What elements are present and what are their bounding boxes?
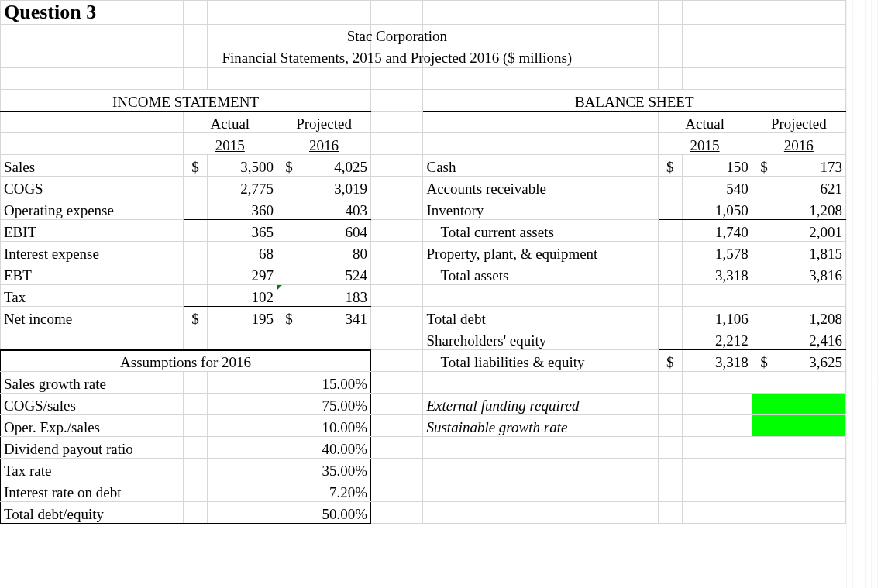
currency: $: [277, 155, 301, 177]
val-cogs-a[interactable]: 2,775: [208, 177, 277, 198]
val-se-a[interactable]: 2,212: [682, 328, 752, 350]
currency: $: [277, 307, 301, 328]
label-efr: External funding required: [423, 394, 658, 415]
label-inv: Inventory: [423, 198, 658, 220]
sheet-edge-decoration: [846, 0, 881, 524]
val-ppe-a[interactable]: 1,578: [682, 242, 752, 263]
efr-cell-cur[interactable]: [752, 394, 776, 415]
assump-label: Total debt/equity: [1, 502, 184, 524]
val-td-a[interactable]: 1,106: [682, 307, 752, 328]
val-tax-p[interactable]: 183: [301, 285, 371, 307]
year-2016-right: 2016: [752, 133, 845, 155]
val-sales-p[interactable]: 4,025: [301, 155, 371, 177]
label-tca: Total current assets: [423, 220, 658, 242]
col-projected-right: Projected: [752, 112, 845, 133]
assump-val[interactable]: 50.00%: [301, 502, 371, 524]
year-2015-left: 2015: [183, 133, 277, 155]
assump-val[interactable]: 40.00%: [301, 437, 371, 459]
val-inv-p[interactable]: 1,208: [776, 198, 846, 220]
val-ebt-a[interactable]: 297: [208, 263, 277, 285]
efr-cell-val[interactable]: [776, 394, 846, 415]
error-indicator-icon: [277, 285, 282, 290]
currency: $: [658, 350, 682, 372]
val-tca-a[interactable]: 1,740: [682, 220, 752, 242]
label-ebt: EBT: [1, 263, 184, 285]
year-2015-right: 2015: [658, 133, 752, 155]
val-ni-a[interactable]: 195: [208, 307, 277, 328]
currency: $: [183, 155, 207, 177]
val-ta-p[interactable]: 3,816: [776, 263, 846, 285]
label-sgr: Sustainable growth rate: [423, 415, 658, 437]
label-opex: Operating expense: [1, 198, 184, 220]
assumptions-header: Assumptions for 2016: [1, 350, 371, 372]
label-td: Total debt: [423, 307, 658, 328]
assump-val[interactable]: 7.20%: [301, 480, 371, 502]
balance-sheet-header: BALANCE SHEET: [423, 90, 846, 112]
assump-label: Interest rate on debt: [1, 480, 184, 502]
val-tax-a[interactable]: 102: [208, 285, 277, 307]
assump-val[interactable]: 75.00%: [301, 394, 371, 415]
col-actual-left: Actual: [183, 112, 277, 133]
val-td-p[interactable]: 1,208: [776, 307, 846, 328]
label-ni: Net income: [1, 307, 184, 328]
assump-val[interactable]: 15.00%: [301, 372, 371, 394]
val-ebt-p[interactable]: 524: [301, 263, 371, 285]
val-ebit-a[interactable]: 365: [208, 220, 277, 242]
label-sales: Sales: [1, 155, 184, 177]
label-ar: Accounts receivable: [423, 177, 658, 198]
val-opex-a[interactable]: 360: [208, 198, 277, 220]
year-2016-left: 2016: [277, 133, 370, 155]
val-cogs-p[interactable]: 3,019: [301, 177, 371, 198]
currency: $: [183, 307, 207, 328]
currency: $: [752, 350, 776, 372]
label-ta: Total assets: [423, 263, 658, 285]
val-ebit-p[interactable]: 604: [301, 220, 371, 242]
val-opex-p[interactable]: 403: [301, 198, 371, 220]
val-tle-a[interactable]: 3,318: [682, 350, 752, 372]
val-inv-a[interactable]: 1,050: [682, 198, 752, 220]
col-projected-left: Projected: [277, 112, 370, 133]
val-ar-a[interactable]: 540: [682, 177, 752, 198]
label-cash: Cash: [423, 155, 658, 177]
assump-label: Dividend payout ratio: [1, 437, 184, 459]
assump-val[interactable]: 35.00%: [301, 459, 371, 480]
label-cogs: COGS: [1, 177, 184, 198]
val-tca-p[interactable]: 2,001: [776, 220, 846, 242]
val-ppe-p[interactable]: 1,815: [776, 242, 846, 263]
income-statement-header: INCOME STATEMENT: [1, 90, 371, 112]
assump-val[interactable]: 10.00%: [301, 415, 371, 437]
col-actual-right: Actual: [658, 112, 752, 133]
val-cash-a[interactable]: 150: [682, 155, 752, 177]
val-ta-a[interactable]: 3,318: [682, 263, 752, 285]
label-ebit: EBIT: [1, 220, 184, 242]
sgr-cell-cur[interactable]: [752, 415, 776, 437]
assump-label: Tax rate: [1, 459, 184, 480]
val-cash-p[interactable]: 173: [776, 155, 846, 177]
label-se: Shareholders' equity: [423, 328, 658, 350]
currency: $: [658, 155, 682, 177]
currency: $: [752, 155, 776, 177]
label-ppe: Property, plant, & equipment: [423, 242, 658, 263]
val-ar-p[interactable]: 621: [776, 177, 846, 198]
val-se-p[interactable]: 2,416: [776, 328, 846, 350]
sgr-cell-val[interactable]: [776, 415, 846, 437]
val-tle-p[interactable]: 3,625: [776, 350, 846, 372]
spreadsheet: Question 3 Stac Corporation Financial St…: [0, 0, 846, 524]
assump-label: Sales growth rate: [1, 372, 184, 394]
label-tle: Total liabilities & equity: [423, 350, 658, 372]
page-title: Question 3: [1, 1, 184, 25]
label-tax: Tax: [1, 285, 184, 307]
assump-label: COGS/sales: [1, 394, 184, 415]
val-intexp-a[interactable]: 68: [208, 242, 277, 263]
val-sales-a[interactable]: 3,500: [208, 155, 277, 177]
assump-label: Oper. Exp./sales: [1, 415, 184, 437]
val-ni-p[interactable]: 341: [301, 307, 371, 328]
label-intexp: Interest expense: [1, 242, 184, 263]
val-intexp-p[interactable]: 80: [301, 242, 371, 263]
